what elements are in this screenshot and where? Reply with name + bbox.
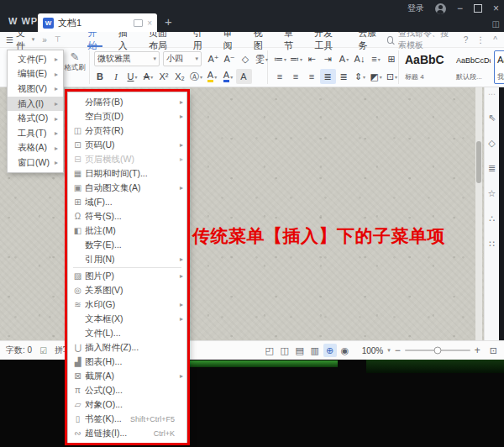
quick-access-chevrons[interactable]: » [42, 35, 47, 45]
strikethrough-icon[interactable]: A▾ [140, 69, 156, 84]
distribute-icon[interactable]: ≣ [336, 69, 352, 84]
submenu-symbol[interactable]: Ω 符号(S)... [68, 209, 186, 224]
submenu-blank-page[interactable]: 空白页(D) ▸ [68, 109, 186, 124]
avatar[interactable] [435, 3, 446, 14]
zoom-slider[interactable] [405, 350, 470, 351]
close-button[interactable]: × [493, 3, 499, 13]
submenu-picture[interactable]: ▨ 图片(P) ▸ [68, 269, 186, 283]
tab-page-layout[interactable]: 页面布局 [140, 32, 184, 47]
sort-icon[interactable]: A↓ [352, 51, 368, 66]
menu-insert[interactable]: 插入(I) ▸ [8, 97, 63, 112]
more-icon[interactable]: ⋮ [476, 35, 485, 45]
maximize-button[interactable] [474, 4, 482, 13]
minimize-button[interactable]: − [457, 3, 463, 13]
align-center-icon[interactable]: ≡ [288, 69, 304, 84]
side-panel-icon[interactable]: ◫ [492, 19, 500, 29]
zoom-out-button[interactable]: − [395, 344, 401, 356]
decrease-indent-icon[interactable]: ⇤ [304, 51, 320, 66]
zoom-slider-knob[interactable] [433, 347, 441, 355]
properties-icon[interactable]: ≣ [488, 163, 496, 174]
submenu-file[interactable]: 文件(L)... [68, 326, 186, 340]
submenu-comment[interactable]: ◧ 批注(M) [68, 224, 186, 238]
italic-icon[interactable]: I [108, 69, 124, 84]
submenu-watermark[interactable]: ≋ 水印(G) ▸ [68, 297, 186, 312]
border-icon[interactable]: ⊡▾ [384, 69, 400, 84]
superscript-icon[interactable]: X² [156, 69, 172, 84]
submenu-page-break[interactable]: ◫ 分页符(R) [68, 124, 186, 138]
menu-window[interactable]: 窗口(W) ▸ [8, 155, 63, 171]
tab-view[interactable]: 视图 [245, 32, 276, 47]
font-size-select[interactable]: 小四 ▾ [163, 51, 202, 66]
decrease-font-icon[interactable]: A⁻ [222, 51, 238, 66]
subscript-icon[interactable]: X₂ [172, 69, 188, 84]
menu-format[interactable]: 格式(O) ▸ [8, 111, 63, 126]
chevron-down-icon[interactable]: ▾ [387, 347, 391, 354]
increase-indent-icon[interactable]: ⇥ [320, 51, 336, 66]
submenu-attachment[interactable]: ⋃ 插入附件(Z)... [68, 340, 186, 355]
vertical-scrollbar[interactable] [475, 87, 482, 340]
align-right-icon[interactable]: ≡ [304, 69, 320, 84]
increase-font-icon[interactable]: A⁺ [206, 51, 222, 66]
tab-close-icon[interactable]: × [147, 18, 152, 28]
submenu-chart[interactable]: ▟ 图表(H)... [68, 355, 186, 369]
tab-cloud-service[interactable]: 云服务 [349, 32, 386, 47]
eye-protect-icon[interactable]: ◉ [339, 344, 352, 357]
shapes-icon[interactable]: ◇ [488, 138, 495, 149]
submenu-field[interactable]: ⊞ 域(F)... [68, 195, 186, 209]
fullscreen-icon[interactable]: ◰ [263, 344, 276, 357]
insert-table-icon[interactable]: ⊞ [384, 51, 400, 66]
tab-references[interactable]: 引用 [184, 32, 214, 47]
submenu-date-time[interactable]: ▦ 日期和时间(T)... [68, 166, 186, 181]
paragraph-layout-icon[interactable]: ≡▾ [368, 51, 384, 66]
search-icon[interactable] [387, 36, 393, 44]
submenu-citation[interactable]: 引用(N) ▸ [68, 252, 186, 266]
favorites-icon[interactable]: ☆ [488, 188, 496, 199]
print-layout-icon[interactable]: ▤ [293, 344, 307, 357]
font-family-select[interactable]: 微软雅黑 ▾ [94, 51, 160, 66]
submenu-formula[interactable]: π 公式(Q)... [68, 383, 186, 397]
zoom-in-button[interactable]: + [475, 344, 480, 356]
login-button[interactable]: 登录 [407, 3, 424, 14]
apps-icon[interactable]: ∷ [489, 239, 495, 250]
scrollbar-thumb[interactable] [476, 141, 481, 183]
submenu-break[interactable]: 分隔符(B) ▸ [68, 95, 186, 109]
rail-handle[interactable]: ⋯ [488, 90, 496, 98]
tab-insert[interactable]: 插入 [110, 32, 140, 47]
numbered-list-icon[interactable]: ≕▾ [288, 51, 304, 66]
tab-home[interactable]: 开始 [80, 32, 110, 47]
menu-file[interactable]: 文件(F) ▸ [8, 52, 63, 67]
menu-view[interactable]: 视图(V) ▸ [8, 82, 63, 97]
tab-dev-tools[interactable]: 开发工具 [306, 32, 349, 47]
outline-view-icon[interactable]: ▥ [308, 344, 322, 357]
underline-icon[interactable]: U▾ [124, 69, 140, 84]
clear-format-icon[interactable]: ◇ [238, 51, 254, 66]
new-tab-button[interactable]: + [165, 14, 172, 29]
style-my-style[interactable]: AaBbC 我的样... [494, 50, 504, 84]
web-layout-icon[interactable]: ⊕ [323, 344, 337, 357]
document-tab[interactable]: W 文档1 × [38, 13, 157, 32]
zoom-level[interactable]: 100% [362, 346, 384, 355]
style-default-para[interactable]: AaBbCcDd 默认段... [453, 50, 491, 84]
help-icon[interactable]: ? [464, 35, 469, 45]
submenu-header-line[interactable]: ⊟ 页眉横线(W) ▸ [68, 152, 186, 166]
read-layout-icon[interactable]: ◫ [278, 344, 291, 357]
bold-icon[interactable]: B [92, 69, 108, 84]
menu-table[interactable]: 表格(A) ▸ [8, 141, 63, 156]
collapse-ribbon-icon[interactable]: ^ [493, 35, 497, 45]
font-color-icon[interactable]: A▾ [220, 69, 236, 84]
tab-section[interactable]: 章节 [276, 32, 306, 47]
select-tool-icon[interactable]: ⇖ [488, 113, 496, 124]
share-icon[interactable]: ∴ [489, 213, 495, 224]
submenu-screenshot[interactable]: ⊠ 截屏(A) ▸ [68, 369, 186, 383]
submenu-diagram[interactable]: ◎ 关系图(V) [68, 283, 186, 297]
enclose-char-icon[interactable]: Ⓐ▾ [188, 69, 204, 84]
shading-icon[interactable]: ◩▾ [368, 69, 384, 84]
submenu-bookmark[interactable]: ▯ 书签(K)... Shift+Ctrl+F5 [68, 412, 186, 426]
menu-tools[interactable]: 工具(T) ▸ [8, 126, 63, 141]
phonetic-guide-icon[interactable]: 雯▾ [254, 51, 270, 66]
submenu-textbox[interactable]: 文本框(X) ▸ [68, 312, 186, 326]
pin-icon[interactable]: ⊤ [55, 35, 61, 44]
submenu-number[interactable]: 数字(E)... [68, 238, 186, 252]
submenu-page-number[interactable]: ⊡ 页码(U) ▸ [68, 138, 186, 152]
format-painter-button[interactable]: ✎ 格式刷 [62, 51, 87, 73]
